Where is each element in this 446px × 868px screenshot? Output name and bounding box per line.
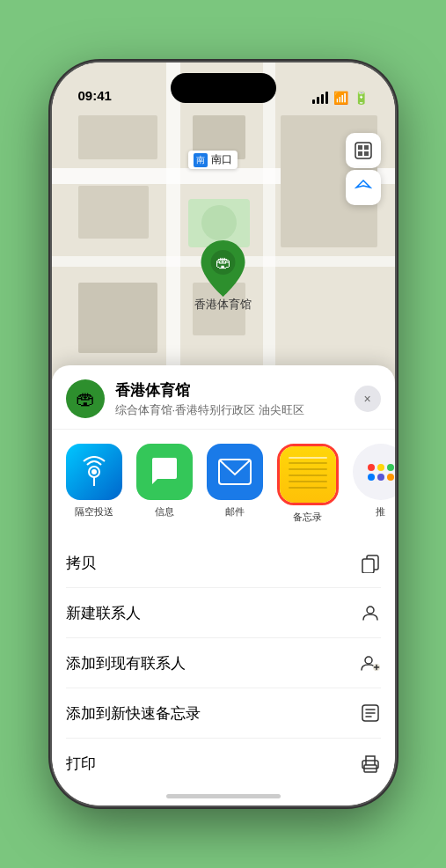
label-text: 南口	[211, 152, 232, 167]
svg-rect-6	[78, 186, 149, 239]
dot-red	[368, 464, 375, 471]
location-description: 综合体育馆·香港特别行政区 油尖旺区	[115, 402, 355, 418]
quick-note-icon	[360, 702, 381, 724]
svg-rect-15	[364, 145, 369, 150]
dot-orange	[387, 474, 394, 481]
quick-note-label: 添加到新快速备忘录	[66, 703, 201, 724]
status-icons: 📶 🔋	[312, 91, 369, 105]
svg-rect-17	[364, 151, 369, 156]
svg-point-12	[201, 205, 237, 240]
svg-rect-5	[78, 115, 157, 159]
mail-icon-box	[207, 444, 263, 500]
share-messages[interactable]: 信息	[136, 444, 193, 524]
close-icon: ×	[363, 392, 370, 406]
phone-screen: 09:41 📶 🔋	[52, 63, 395, 805]
location-icon: 🏟	[66, 379, 105, 418]
signal-bars-icon	[312, 92, 328, 104]
messages-icon	[149, 456, 180, 488]
notes-selected-border	[277, 444, 339, 505]
location-marker: 🏟 香港体育馆	[194, 239, 252, 313]
dot-purple	[377, 474, 384, 481]
notes-label: 备忘录	[293, 511, 322, 524]
mail-icon	[218, 459, 252, 485]
action-list: 拷贝 新建联系人 添加到现有联系人	[52, 538, 395, 788]
marker-label: 香港体育馆	[194, 297, 252, 313]
airdrop-icon-box	[66, 444, 122, 500]
bottom-sheet: 🏟 香港体育馆 综合体育馆·香港特别行政区 油尖旺区 ×	[52, 365, 395, 805]
more-label: 推	[376, 505, 385, 519]
map-label: 南 南口	[188, 151, 238, 169]
location-info: 香港体育馆 综合体育馆·香港特别行政区 油尖旺区	[115, 380, 355, 418]
action-copy[interactable]: 拷贝	[66, 538, 381, 588]
svg-point-21	[91, 469, 97, 474]
svg-rect-24	[362, 559, 374, 573]
wifi-icon: 📶	[333, 91, 348, 105]
map-layer-button[interactable]	[346, 133, 381, 168]
share-airdrop[interactable]: 隔空投送	[66, 444, 122, 524]
location-name: 香港体育馆	[115, 380, 355, 401]
svg-point-25	[367, 607, 374, 614]
notes-icon-box	[280, 446, 336, 503]
marker-pin-svg: 🏟	[198, 239, 249, 298]
new-contact-icon	[360, 602, 381, 623]
action-print[interactable]: 打印	[66, 739, 381, 788]
stadium-icon: 🏟	[76, 387, 95, 410]
svg-rect-13	[355, 143, 371, 158]
label-prefix: 南	[194, 153, 208, 167]
action-add-contact[interactable]: 新建联系人	[66, 588, 381, 638]
share-more[interactable]: 推	[353, 444, 395, 524]
status-time: 09:41	[78, 88, 112, 105]
dot-blue	[368, 474, 375, 481]
location-button[interactable]	[346, 170, 381, 205]
svg-text:🏟: 🏟	[216, 254, 231, 271]
add-contact-label: 新建联系人	[66, 603, 141, 623]
add-existing-icon	[360, 652, 381, 673]
more-dots-box	[353, 444, 395, 500]
print-icon	[360, 753, 381, 774]
airdrop-icon	[78, 456, 110, 488]
messages-label: 信息	[155, 505, 174, 519]
close-button[interactable]: ×	[355, 386, 381, 412]
share-mail[interactable]: 邮件	[207, 444, 263, 524]
svg-point-26	[365, 657, 372, 664]
add-existing-label: 添加到现有联系人	[66, 653, 186, 673]
mail-label: 邮件	[225, 505, 245, 519]
copy-icon	[360, 552, 381, 573]
location-header: 🏟 香港体育馆 综合体育馆·香港特别行政区 油尖旺区 ×	[52, 365, 395, 430]
location-arrow-icon	[355, 179, 372, 196]
svg-rect-16	[358, 151, 362, 156]
messages-icon-box	[136, 444, 193, 500]
map-layer-icon	[354, 141, 373, 160]
share-row: 隔空投送 信息	[52, 430, 395, 538]
dynamic-island	[171, 73, 276, 103]
airdrop-label: 隔空投送	[75, 505, 113, 519]
action-quick-note[interactable]: 添加到新快速备忘录	[66, 688, 381, 739]
dot-yellow	[377, 464, 384, 471]
svg-rect-9	[78, 283, 157, 353]
phone-frame: 09:41 📶 🔋	[52, 63, 395, 805]
home-indicator	[166, 794, 281, 798]
map-controls	[346, 133, 381, 205]
action-add-existing[interactable]: 添加到现有联系人	[66, 638, 381, 688]
share-notes[interactable]: 备忘录	[277, 444, 339, 524]
print-label: 打印	[66, 754, 96, 774]
battery-icon: 🔋	[354, 91, 369, 105]
svg-rect-14	[358, 145, 362, 150]
copy-label: 拷贝	[66, 553, 96, 573]
dot-green	[387, 464, 394, 471]
notes-lines	[289, 462, 327, 489]
